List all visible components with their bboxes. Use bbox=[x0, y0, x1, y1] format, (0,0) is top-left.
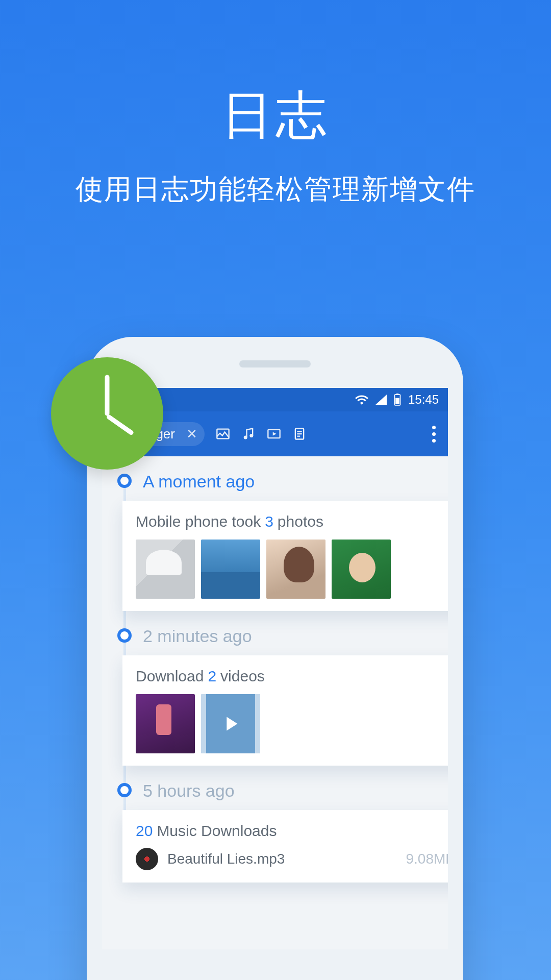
timeline-event: 2 minutes ago Download 2 videos bbox=[102, 626, 448, 766]
photo-thumb[interactable] bbox=[201, 540, 260, 599]
video-thumb[interactable] bbox=[136, 694, 195, 753]
music-icon[interactable] bbox=[241, 427, 256, 441]
appbar-category-icons bbox=[216, 427, 307, 441]
phone-speaker bbox=[239, 360, 311, 368]
overflow-menu-button[interactable] bbox=[429, 423, 439, 446]
photo-thumb[interactable] bbox=[332, 540, 391, 599]
phone-screen: 15:45 Logger ✕ A moment ago bbox=[102, 388, 448, 949]
hero-title: 日志 bbox=[0, 82, 551, 151]
music-filename: Beautiful Lies.mp3 bbox=[167, 851, 285, 867]
timeline: A moment ago Mobile phone took 3 photos bbox=[102, 456, 448, 883]
status-time: 15:45 bbox=[408, 393, 439, 407]
event-time: 5 hours ago bbox=[143, 781, 448, 801]
timeline-dot bbox=[117, 474, 132, 488]
photo-thumb[interactable] bbox=[136, 540, 195, 599]
clock-badge-icon bbox=[51, 357, 163, 470]
event-time: A moment ago bbox=[143, 472, 448, 492]
event-title: Download 2 videos bbox=[136, 668, 448, 685]
close-icon[interactable]: ✕ bbox=[186, 426, 197, 442]
music-row[interactable]: Beautiful Lies.mp3 9.08MB bbox=[136, 848, 448, 870]
hero-subtitle: 使用日志功能轻松管理新增文件 bbox=[0, 171, 551, 208]
event-card[interactable]: Mobile phone took 3 photos bbox=[122, 501, 448, 611]
svg-rect-1 bbox=[396, 394, 398, 395]
timeline-event: 5 hours ago 20 Music Downloads Beautiful… bbox=[102, 781, 448, 883]
wifi-icon bbox=[355, 395, 368, 405]
disc-icon bbox=[136, 848, 158, 870]
play-icon bbox=[219, 712, 242, 736]
signal-icon bbox=[375, 395, 387, 405]
event-card[interactable]: 20 Music Downloads Beautiful Lies.mp3 9.… bbox=[122, 810, 448, 883]
timeline-event: A moment ago Mobile phone took 3 photos bbox=[102, 472, 448, 611]
svg-rect-2 bbox=[395, 398, 399, 404]
thumbnail-row bbox=[136, 540, 448, 599]
photo-thumb[interactable] bbox=[266, 540, 325, 599]
music-filesize: 9.08MB bbox=[406, 851, 448, 867]
event-title: 20 Music Downloads bbox=[136, 822, 448, 840]
thumbnail-row bbox=[136, 694, 448, 753]
battery-icon bbox=[394, 394, 401, 406]
timeline-dot bbox=[117, 783, 132, 797]
document-icon[interactable] bbox=[292, 427, 307, 441]
timeline-dot bbox=[117, 628, 132, 643]
event-time: 2 minutes ago bbox=[143, 626, 448, 646]
svg-point-4 bbox=[244, 436, 247, 439]
video-icon[interactable] bbox=[267, 427, 281, 441]
event-card[interactable]: Download 2 videos bbox=[122, 655, 448, 766]
video-thumb[interactable] bbox=[201, 694, 260, 753]
event-title: Mobile phone took 3 photos bbox=[136, 513, 448, 530]
image-icon[interactable] bbox=[216, 427, 230, 441]
hero: 日志 使用日志功能轻松管理新增文件 bbox=[0, 0, 551, 208]
svg-point-5 bbox=[249, 434, 253, 437]
